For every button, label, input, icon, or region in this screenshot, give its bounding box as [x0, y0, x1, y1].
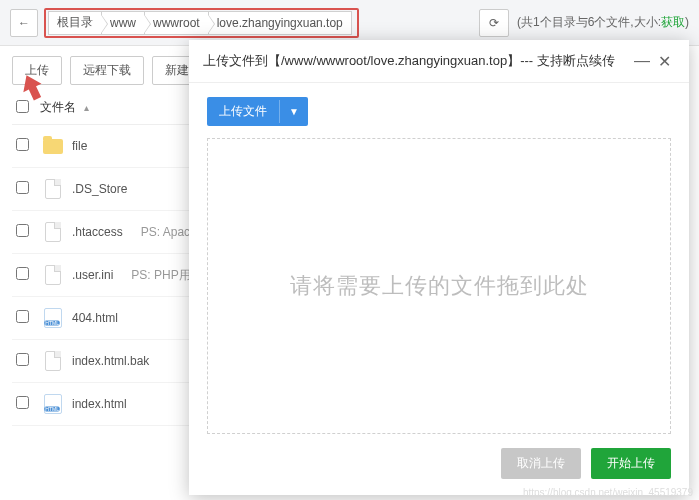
row-checkbox[interactable]	[16, 138, 29, 151]
file-name[interactable]: .htaccess	[72, 225, 123, 239]
file-name[interactable]: file	[72, 139, 87, 153]
remote-download-button[interactable]: 远程下载	[70, 56, 144, 85]
file-icon	[40, 264, 66, 286]
file-icon	[40, 350, 66, 372]
modal-title: 上传文件到【/www/wwwroot/love.zhangyingxuan.to…	[203, 52, 631, 70]
file-icon	[40, 221, 66, 243]
chevron-down-icon[interactable]: ▼	[279, 100, 308, 123]
crumb-wwwroot[interactable]: wwwroot	[144, 11, 209, 35]
upload-modal: 上传文件到【/www/wwwroot/love.zhangyingxuan.to…	[189, 40, 689, 495]
row-checkbox[interactable]	[16, 396, 29, 409]
crumb-root[interactable]: 根目录	[48, 11, 102, 35]
close-button[interactable]: ✕	[653, 50, 675, 72]
svg-marker-0	[22, 74, 46, 102]
breadcrumb: 根目录 www wwwroot love.zhangyingxuan.top	[44, 8, 359, 38]
start-upload-button[interactable]: 开始上传	[591, 448, 671, 479]
row-checkbox[interactable]	[16, 353, 29, 366]
file-name[interactable]: index.html	[72, 397, 127, 411]
html-file-icon	[40, 307, 66, 329]
file-icon	[40, 178, 66, 200]
annotation-arrow	[22, 74, 46, 102]
back-button[interactable]: ←	[10, 9, 38, 37]
row-checkbox[interactable]	[16, 181, 29, 194]
file-name[interactable]: .DS_Store	[72, 182, 127, 196]
status-text: (共1个目录与6个文件,大小:获取)	[517, 14, 689, 31]
file-name[interactable]: 404.html	[72, 311, 118, 325]
folder-icon	[40, 135, 66, 157]
minimize-button[interactable]: —	[631, 50, 653, 72]
row-checkbox[interactable]	[16, 310, 29, 323]
file-name[interactable]: .user.ini	[72, 268, 113, 282]
choose-file-button[interactable]: 上传文件 ▼	[207, 97, 308, 126]
crumb-current[interactable]: love.zhangyingxuan.top	[208, 11, 352, 35]
refresh-button[interactable]: ⟳	[479, 9, 509, 37]
watermark: https://blog.csdn.net/weixin_45519379	[523, 487, 693, 498]
row-checkbox[interactable]	[16, 267, 29, 280]
get-size-link[interactable]: 获取	[661, 15, 685, 29]
dropzone[interactable]: 请将需要上传的文件拖到此处	[207, 138, 671, 434]
cancel-upload-button[interactable]: 取消上传	[501, 448, 581, 479]
html-file-icon	[40, 393, 66, 415]
row-checkbox[interactable]	[16, 224, 29, 237]
file-name[interactable]: index.html.bak	[72, 354, 149, 368]
